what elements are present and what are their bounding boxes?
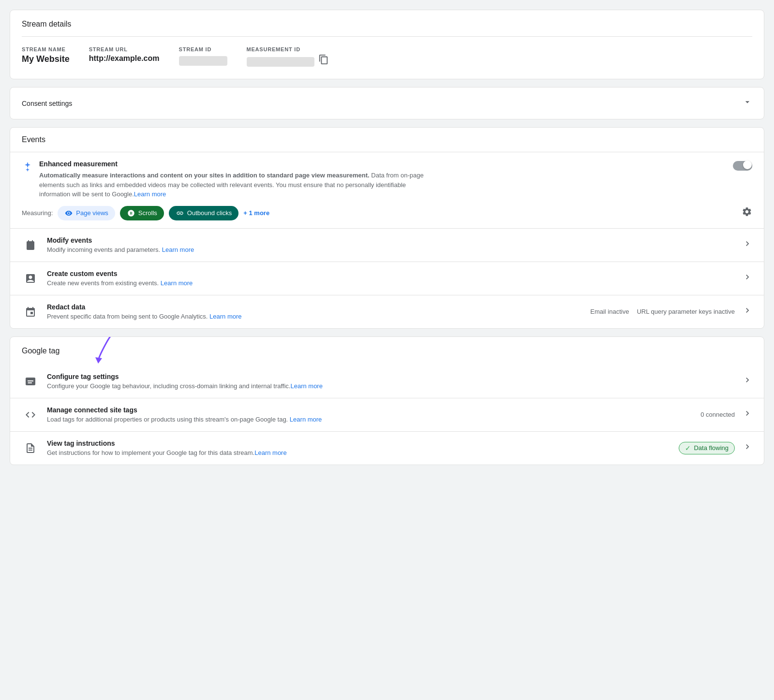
- settings-gear-icon[interactable]: [742, 206, 752, 219]
- data-flowing-badge: ✓ Data flowing: [679, 442, 735, 454]
- create-custom-events-icon: [22, 270, 39, 287]
- manage-connected-site-tags-chevron: [743, 408, 752, 421]
- google-tag-title: Google tag: [10, 337, 764, 365]
- chip-outbound-clicks-label: Outbound clicks: [187, 209, 232, 217]
- enhanced-measurement-toggle[interactable]: [733, 160, 752, 172]
- redact-email-status: Email inactive: [590, 308, 629, 315]
- modify-events-chevron: [743, 239, 752, 251]
- view-tag-instructions-row[interactable]: View tag instructions Get instructions f…: [10, 432, 764, 465]
- stream-id-label: STREAM ID: [179, 46, 227, 52]
- more-chips-link[interactable]: + 1 more: [243, 209, 269, 217]
- redact-data-icon: [22, 303, 39, 321]
- consent-settings-card[interactable]: Consent settings: [10, 87, 764, 119]
- enhanced-measurement-learn-more[interactable]: Learn more: [134, 190, 166, 198]
- view-tag-instructions-chevron: [743, 442, 752, 454]
- view-tag-instructions-info: View tag instructions Get instructions f…: [47, 439, 287, 456]
- enhanced-measurement-title: Enhanced measurement: [39, 160, 426, 168]
- view-tag-instructions-description: Get instructions for how to implement yo…: [47, 449, 287, 456]
- manage-connected-site-tags-icon: [22, 406, 39, 423]
- stream-url-field: STREAM URL http://example.com: [89, 46, 160, 67]
- configure-tag-settings-description: Configure your Google tag behaviour, inc…: [47, 382, 323, 390]
- link-icon: [176, 209, 184, 218]
- eye-icon: [64, 209, 73, 218]
- measurement-id-label: MEASUREMENT ID: [247, 46, 329, 52]
- create-custom-events-description: Create new events from existing events. …: [47, 279, 193, 287]
- stream-id-field: STREAM ID: [179, 46, 227, 67]
- copy-icon[interactable]: [318, 54, 329, 67]
- create-custom-events-title: Create custom events: [47, 270, 193, 277]
- view-tag-instructions-learn-more[interactable]: Learn more: [254, 449, 286, 456]
- measurement-id-field: MEASUREMENT ID: [247, 46, 329, 67]
- configure-tag-settings-icon: [22, 373, 39, 390]
- events-card: Events Enhanced measurement Automaticall…: [10, 127, 764, 329]
- sparkle-icon: [22, 161, 33, 175]
- toggle-thumb: [743, 160, 752, 169]
- enhanced-measurement-section: Enhanced measurement Automatically measu…: [10, 152, 764, 229]
- events-title: Events: [10, 128, 764, 152]
- google-tag-card: Google tag Configure tag settings Config…: [10, 336, 764, 465]
- create-custom-events-info: Create custom events Create new events f…: [47, 270, 193, 287]
- redact-data-description: Prevent specific data from being sent to…: [47, 313, 242, 320]
- stream-name-value: My Website: [22, 54, 70, 64]
- configure-tag-settings-row[interactable]: Configure tag settings Configure your Go…: [10, 365, 764, 398]
- measuring-row: Measuring: Page views Scrolls Outbound c…: [22, 206, 752, 220]
- manage-connected-site-tags-description: Load tags for additional properties or p…: [47, 416, 322, 423]
- consent-settings-header[interactable]: Consent settings: [10, 88, 764, 119]
- create-custom-events-chevron: [743, 272, 752, 284]
- measuring-label: Measuring:: [22, 209, 53, 217]
- chip-outbound-clicks: Outbound clicks: [169, 206, 239, 220]
- modify-events-title: Modify events: [47, 236, 194, 244]
- stream-name-field: STREAM NAME My Website: [22, 46, 70, 67]
- consent-settings-title: Consent settings: [22, 100, 72, 107]
- stream-details-title: Stream details: [22, 20, 71, 29]
- view-tag-instructions-icon: [22, 439, 39, 457]
- stream-details-card: Stream details STREAM NAME My Website ST…: [10, 10, 764, 79]
- configure-tag-settings-title: Configure tag settings: [47, 373, 323, 380]
- stream-url-value: http://example.com: [89, 54, 160, 63]
- configure-tag-settings-chevron: [743, 375, 752, 387]
- redact-data-title: Redact data: [47, 303, 242, 311]
- create-custom-events-row[interactable]: Create custom events Create new events f…: [10, 262, 764, 295]
- checkmark-icon: ✓: [685, 444, 691, 452]
- modify-events-row[interactable]: Modify events Modify incoming events and…: [10, 229, 764, 262]
- chip-scrolls: Scrolls: [120, 206, 164, 220]
- connected-status: 0 connected: [700, 411, 735, 418]
- configure-tag-settings-learn-more[interactable]: Learn more: [290, 382, 322, 390]
- stream-url-label: STREAM URL: [89, 46, 160, 52]
- manage-connected-site-tags-learn-more[interactable]: Learn more: [290, 416, 322, 423]
- manage-connected-site-tags-row[interactable]: Manage connected site tags Load tags for…: [10, 398, 764, 432]
- manage-connected-site-tags-info: Manage connected site tags Load tags for…: [47, 406, 322, 423]
- measurement-id-value: [247, 57, 314, 67]
- chip-page-views: Page views: [58, 206, 115, 220]
- redact-data-row[interactable]: Redact data Prevent specific data from b…: [10, 295, 764, 328]
- manage-connected-site-tags-title: Manage connected site tags: [47, 406, 322, 414]
- redact-data-learn-more[interactable]: Learn more: [209, 313, 241, 320]
- stream-id-value: [179, 56, 227, 66]
- view-tag-instructions-title: View tag instructions: [47, 439, 287, 447]
- modify-events-icon: [22, 236, 39, 254]
- stream-name-label: STREAM NAME: [22, 46, 70, 52]
- redact-data-info: Redact data Prevent specific data from b…: [47, 303, 242, 320]
- create-custom-events-learn-more[interactable]: Learn more: [161, 279, 193, 287]
- scroll-icon: [127, 209, 135, 218]
- modify-events-description: Modify incoming events and parameters. L…: [47, 246, 194, 253]
- enhanced-measurement-description: Automatically measure interactions and c…: [39, 171, 426, 199]
- redact-url-status: URL query parameter keys inactive: [637, 308, 735, 315]
- chip-page-views-label: Page views: [76, 209, 108, 217]
- redact-data-chevron: [743, 306, 752, 318]
- chevron-down-icon: [743, 97, 752, 109]
- modify-events-learn-more[interactable]: Learn more: [162, 246, 194, 253]
- configure-tag-settings-info: Configure tag settings Configure your Go…: [47, 373, 323, 390]
- chip-scrolls-label: Scrolls: [138, 209, 157, 217]
- data-flowing-label: Data flowing: [694, 444, 729, 452]
- modify-events-info: Modify events Modify incoming events and…: [47, 236, 194, 253]
